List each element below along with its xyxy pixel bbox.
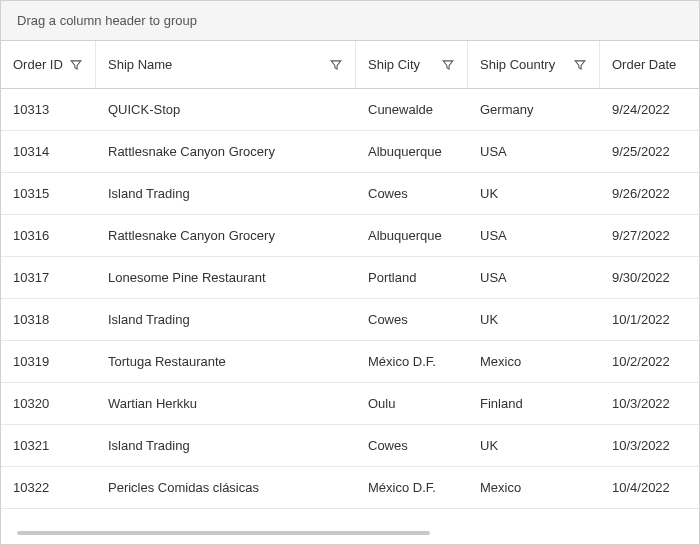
cell-shipCountry: UK [468, 299, 600, 340]
filter-icon[interactable] [329, 58, 343, 72]
cell-orderId: 10314 [1, 131, 96, 172]
cell-orderDate: 9/30/2022 [600, 257, 695, 298]
group-panel-hint: Drag a column header to group [17, 13, 197, 28]
cell-orderId: 10321 [1, 425, 96, 466]
cell-orderDate: 9/26/2022 [600, 173, 695, 214]
cell-orderId: 10322 [1, 467, 96, 508]
cell-shipName: Wartian Herkku [96, 383, 356, 424]
table-row[interactable]: 10313QUICK-StopCunewaldeGermany9/24/2022 [1, 89, 699, 131]
column-header-label: Ship City [368, 57, 420, 72]
cell-shipCity: Portland [356, 257, 468, 298]
grid-body: 10313QUICK-StopCunewaldeGermany9/24/2022… [1, 89, 699, 526]
cell-shipCountry: USA [468, 215, 600, 256]
cell-shipCountry: UK [468, 173, 600, 214]
cell-shipCountry: Germany [468, 89, 600, 130]
cell-shipName: Island Trading [96, 299, 356, 340]
cell-shipCity: Albuquerque [356, 131, 468, 172]
cell-orderDate: 10/3/2022 [600, 425, 695, 466]
table-row[interactable]: 10316Rattlesnake Canyon GroceryAlbuquerq… [1, 215, 699, 257]
cell-shipCountry: USA [468, 257, 600, 298]
column-header-label: Ship Name [108, 57, 172, 72]
cell-shipName: Rattlesnake Canyon Grocery [96, 215, 356, 256]
cell-shipCity: Cowes [356, 299, 468, 340]
cell-shipCountry: Mexico [468, 467, 600, 508]
cell-shipCity: Cunewalde [356, 89, 468, 130]
group-panel[interactable]: Drag a column header to group [1, 1, 699, 41]
cell-orderDate: 9/25/2022 [600, 131, 695, 172]
cell-shipName: Lonesome Pine Restaurant [96, 257, 356, 298]
column-header-shipCity[interactable]: Ship City [356, 41, 468, 88]
horizontal-scrollbar[interactable] [17, 528, 683, 538]
column-header-shipName[interactable]: Ship Name [96, 41, 356, 88]
cell-orderId: 10320 [1, 383, 96, 424]
cell-shipName: Rattlesnake Canyon Grocery [96, 131, 356, 172]
cell-shipName: Tortuga Restaurante [96, 341, 356, 382]
cell-shipCity: México D.F. [356, 467, 468, 508]
cell-shipCity: México D.F. [356, 341, 468, 382]
cell-shipCountry: UK [468, 425, 600, 466]
cell-shipCountry: USA [468, 131, 600, 172]
table-row[interactable]: 10318Island TradingCowesUK10/1/2022 [1, 299, 699, 341]
column-header-label: Order ID [13, 57, 63, 72]
cell-orderId: 10316 [1, 215, 96, 256]
column-header-label: Ship Country [480, 57, 555, 72]
cell-orderDate: 10/3/2022 [600, 383, 695, 424]
filter-icon[interactable] [441, 58, 455, 72]
column-header-shipCountry[interactable]: Ship Country [468, 41, 600, 88]
cell-orderId: 10319 [1, 341, 96, 382]
table-row[interactable]: 10319Tortuga RestauranteMéxico D.F.Mexic… [1, 341, 699, 383]
cell-shipName: Island Trading [96, 173, 356, 214]
cell-shipName: QUICK-Stop [96, 89, 356, 130]
table-row[interactable]: 10315Island TradingCowesUK9/26/2022 [1, 173, 699, 215]
cell-orderId: 10315 [1, 173, 96, 214]
cell-orderId: 10317 [1, 257, 96, 298]
cell-shipCountry: Mexico [468, 341, 600, 382]
column-header-row: Order IDShip NameShip CityShip CountryOr… [1, 41, 699, 89]
cell-orderDate: 10/2/2022 [600, 341, 695, 382]
filter-icon[interactable] [69, 58, 83, 72]
cell-orderDate: 10/1/2022 [600, 299, 695, 340]
table-row[interactable]: 10321Island TradingCowesUK10/3/2022 [1, 425, 699, 467]
table-row[interactable]: 10320Wartian HerkkuOuluFinland10/3/2022 [1, 383, 699, 425]
cell-shipName: Pericles Comidas clásicas [96, 467, 356, 508]
cell-shipCity: Cowes [356, 173, 468, 214]
svg-marker-1 [331, 60, 341, 68]
cell-shipCity: Cowes [356, 425, 468, 466]
cell-shipCity: Oulu [356, 383, 468, 424]
cell-orderDate: 10/4/2022 [600, 467, 695, 508]
svg-marker-0 [71, 60, 81, 68]
table-row[interactable]: 10314Rattlesnake Canyon GroceryAlbuquerq… [1, 131, 699, 173]
data-grid: Drag a column header to group Order IDSh… [0, 0, 700, 545]
cell-shipCity: Albuquerque [356, 215, 468, 256]
cell-orderId: 10318 [1, 299, 96, 340]
cell-shipCountry: Finland [468, 383, 600, 424]
column-header-orderDate[interactable]: Order Date [600, 41, 695, 88]
horizontal-scrollbar-thumb[interactable] [17, 531, 430, 535]
table-row[interactable]: 10322Pericles Comidas clásicasMéxico D.F… [1, 467, 699, 509]
cell-orderDate: 9/27/2022 [600, 215, 695, 256]
cell-shipName: Island Trading [96, 425, 356, 466]
filter-icon[interactable] [573, 58, 587, 72]
column-header-label: Order Date [612, 57, 676, 72]
svg-marker-2 [443, 60, 453, 68]
cell-orderId: 10313 [1, 89, 96, 130]
column-header-orderId[interactable]: Order ID [1, 41, 96, 88]
svg-marker-3 [575, 60, 585, 68]
table-row[interactable]: 10317Lonesome Pine RestaurantPortlandUSA… [1, 257, 699, 299]
cell-orderDate: 9/24/2022 [600, 89, 695, 130]
